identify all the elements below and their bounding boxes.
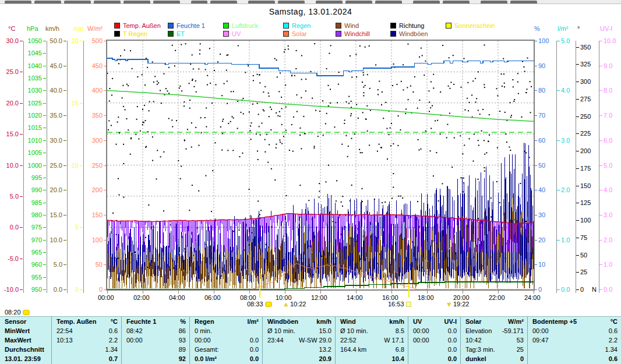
axis-label-kmh: 15.0 [39, 212, 62, 218]
axis-tick-kmh [63, 264, 66, 265]
stats-cell-value: 53 [517, 335, 524, 345]
axis-label-wm2: 50 [79, 261, 103, 268]
axis-label-pct: 40 [538, 187, 545, 193]
axis-label-hpa: 1035 [19, 75, 42, 82]
toolbar-button[interactable] [64, 1, 91, 3]
sun-icon [23, 310, 30, 315]
stats-cell-label [266, 354, 267, 363]
chart-plot[interactable] [107, 41, 534, 289]
axis-label-wm2: 350 [79, 112, 103, 119]
sunshine-icon [406, 302, 411, 307]
axis-tick-lm2 [557, 289, 560, 290]
stats-cell-row: 22:52W 17.1 [336, 335, 408, 345]
toolbar-button[interactable] [153, 1, 180, 3]
axis-label-deg: 300 [580, 79, 591, 85]
axis-tick-wm2 [104, 240, 107, 241]
toolbar-button[interactable] [375, 1, 402, 3]
axis-label-wm2: 450 [79, 63, 103, 69]
stats-cell-value: 8.5 [396, 326, 404, 335]
stats-cell-label: Gesamt: [193, 345, 219, 354]
toolbar-button[interactable] [94, 1, 121, 3]
axis-label-kmh: 20.0 [39, 187, 62, 193]
x-axis-tick [143, 291, 143, 294]
axis-label-c: 0.0 [0, 224, 19, 231]
axis-label-uvi: 7.0 [604, 112, 612, 119]
stats-cell-value: 0 [520, 354, 524, 363]
toolbar-gap [472, 3, 481, 3]
axis-label-min: 20 [55, 38, 79, 44]
stats-cell-row: 08:4286 [122, 326, 189, 335]
toolbar-button[interactable] [248, 1, 275, 3]
axis-label-wm2: 300 [79, 137, 103, 144]
toolbar-button[interactable] [191, 1, 207, 3]
stats-col-header: UVUV-I [408, 317, 460, 326]
x-axis-label: 24:00 [524, 294, 541, 301]
axis-tick-uvi [599, 264, 602, 265]
axis-tick-lm2 [557, 41, 560, 41]
axis-tick-wm2 [104, 190, 107, 190]
axis-label-hpa: 1030 [19, 87, 42, 94]
axis-tick-pct [534, 115, 537, 116]
toolbar-button[interactable] [210, 1, 237, 3]
stats-cell-label [412, 354, 413, 363]
stats-cell-row: 1.34 [52, 345, 121, 354]
toolbar-button[interactable] [34, 1, 61, 3]
toolbar-button[interactable] [5, 1, 31, 3]
legend-swatch-feuchte-1 [168, 23, 174, 29]
page-title: Samstag, 13.01.2024 [0, 7, 621, 16]
axis-label-uvi: 1.0 [604, 261, 612, 268]
axis-unit-deg: ° [577, 26, 580, 32]
toolbar-button[interactable] [124, 1, 150, 3]
axis-label-min: 5 [55, 224, 79, 231]
axis-tick-hpa [43, 178, 46, 178]
legend-swatch-richtung [390, 23, 396, 29]
legend-swatch-t-regen [114, 31, 120, 37]
toolbar-button[interactable] [481, 1, 507, 3]
axis-tick-uvi [599, 240, 602, 241]
toolbar-gap [405, 3, 413, 3]
axis-label-hpa: 1005 [19, 150, 42, 156]
stats-col-header: Feuchte 1% [122, 317, 189, 326]
stats-cell-label: 00:00 [193, 335, 211, 345]
toolbar-button[interactable] [278, 1, 305, 3]
axis-label-c: 15.0 [0, 131, 19, 137]
stats-col-name: Regen [193, 317, 214, 326]
axis-tick-hpa [43, 128, 46, 128]
stats-cell-label: 09:47 [531, 335, 549, 345]
toolbar-button[interactable] [413, 1, 440, 3]
axis-label-wm2: 250 [79, 162, 103, 169]
axis-label-pct: 90 [538, 63, 545, 69]
toolbar-button[interactable] [443, 1, 470, 3]
stats-col-header: Bodentemp +5°C [528, 317, 621, 326]
toolbar-button[interactable] [316, 1, 343, 3]
stats-cell-value: 89 [179, 345, 186, 354]
stats-cell-row: 10:132.2 [52, 335, 121, 345]
x-axis-tick [320, 291, 321, 294]
axis-tick-kmh [63, 190, 66, 190]
stats-cell-value: 0.6 [609, 326, 618, 335]
axis-tick-uvi [599, 140, 602, 141]
legend-swatch-et [168, 31, 174, 37]
stats-col-unit: UV-I [444, 317, 457, 326]
legend-item: Luftdruck [232, 22, 258, 29]
axis-label-deg: 50 [580, 252, 587, 259]
stats-cell-label: Tag:3 min. [464, 345, 495, 354]
axis-tick-hpa [43, 153, 46, 153]
stats-cell-row: 00:000.0 [408, 335, 460, 345]
x-axis-label: 00:00 [98, 294, 114, 301]
stats-col-name: Temp. Außen [55, 317, 96, 326]
toolbar-button[interactable] [345, 1, 372, 3]
toolbar-button[interactable] [510, 1, 537, 3]
sun-marker: 16:53 [388, 301, 413, 308]
stats-cell-row: 1.34 [528, 345, 621, 354]
axis-tick-hpa [43, 53, 46, 54]
legend-item: Solar [292, 30, 307, 37]
stats-row-header: 13.01. 23:59 [0, 354, 51, 363]
stats-cell-row: Gesamt:0.0 [190, 345, 262, 354]
axis-label-uvi: 9.0 [604, 63, 612, 69]
axis-label-wm2: 200 [79, 187, 103, 193]
stats-cell-label: 23:44 [266, 335, 284, 345]
toolbar-gap [183, 3, 191, 3]
axis-tick-uvi [599, 90, 602, 91]
legend-item: Sonnenschein [454, 22, 495, 29]
